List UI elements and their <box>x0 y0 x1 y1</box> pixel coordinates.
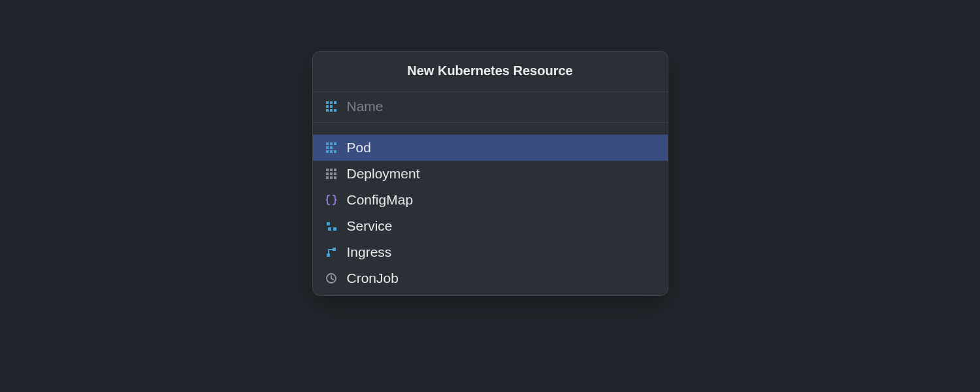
svg-rect-0 <box>326 101 329 104</box>
new-resource-dialog: New Kubernetes Resource <box>312 51 668 296</box>
svg-rect-3 <box>326 105 329 108</box>
grid-icon <box>325 167 338 180</box>
svg-rect-28 <box>327 253 330 257</box>
list-spacer <box>313 123 668 135</box>
svg-rect-4 <box>330 105 333 108</box>
svg-rect-11 <box>326 146 329 149</box>
svg-rect-16 <box>326 169 329 171</box>
resource-item-label: Ingress <box>347 244 392 260</box>
name-input[interactable] <box>347 99 656 114</box>
svg-rect-12 <box>330 146 333 149</box>
resource-item-label: Pod <box>347 140 371 155</box>
svg-rect-23 <box>330 176 333 179</box>
svg-rect-22 <box>326 176 329 179</box>
resource-item-cronjob[interactable]: CronJob <box>313 265 668 291</box>
svg-rect-8 <box>326 142 329 145</box>
grid-icon <box>325 100 338 113</box>
svg-rect-15 <box>334 150 336 153</box>
svg-rect-25 <box>327 222 330 225</box>
svg-rect-9 <box>330 142 333 145</box>
resource-item-pod[interactable]: Pod <box>313 135 668 161</box>
svg-rect-7 <box>334 109 336 112</box>
svg-rect-10 <box>334 142 336 145</box>
svg-rect-27 <box>333 227 336 231</box>
resource-item-label: CronJob <box>347 270 399 286</box>
ingress-icon <box>325 246 338 259</box>
svg-rect-6 <box>330 109 333 112</box>
resource-list: Pod Deployme <box>313 135 668 295</box>
svg-rect-21 <box>334 172 336 175</box>
svg-rect-18 <box>334 169 336 171</box>
svg-rect-1 <box>330 101 333 104</box>
svg-rect-26 <box>328 227 331 231</box>
svg-rect-5 <box>326 109 329 112</box>
svg-rect-24 <box>334 176 336 179</box>
resource-item-ingress[interactable]: Ingress <box>313 239 668 265</box>
resource-item-label: Deployment <box>347 166 420 182</box>
svg-rect-2 <box>334 101 336 104</box>
svg-rect-13 <box>326 150 329 153</box>
svg-rect-19 <box>326 172 329 175</box>
name-input-row <box>313 92 668 123</box>
dialog-header: New Kubernetes Resource <box>313 52 668 92</box>
dialog-title: New Kubernetes Resource <box>313 63 668 78</box>
resource-item-configmap[interactable]: ConfigMap <box>313 187 668 213</box>
svg-rect-14 <box>330 150 333 153</box>
svg-rect-20 <box>330 172 333 175</box>
resource-item-service[interactable]: Service <box>313 213 668 239</box>
svg-rect-29 <box>333 248 336 251</box>
service-icon <box>325 220 338 233</box>
clock-icon <box>325 272 338 285</box>
resource-item-label: ConfigMap <box>347 192 414 208</box>
grid-icon <box>325 141 338 154</box>
braces-icon <box>325 193 338 206</box>
resource-item-deployment[interactable]: Deployment <box>313 161 668 187</box>
svg-rect-17 <box>330 169 333 171</box>
resource-item-label: Service <box>347 218 393 234</box>
